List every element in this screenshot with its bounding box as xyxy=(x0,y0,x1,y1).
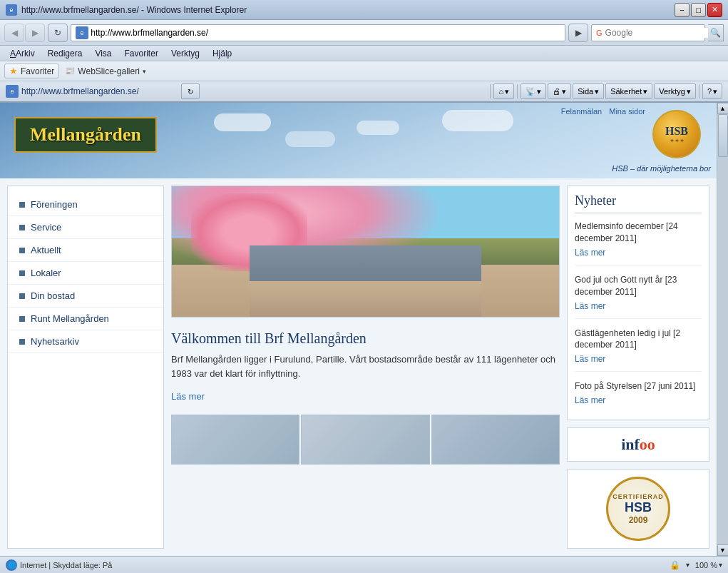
tools-label: Verktyg xyxy=(659,87,685,96)
nav-service[interactable]: Service xyxy=(8,216,163,239)
website: Felanmälan Mina sidor Mellangården HSB ✦… xyxy=(0,103,717,556)
nav-bullet-icon xyxy=(19,248,25,253)
nav-foreningen[interactable]: Föreningen xyxy=(8,193,163,216)
site-right-panel: Nyheter Medlemsinfo december [24 decembe… xyxy=(567,186,709,549)
nav-nyhetsarkiv-label: Nyhetsarkiv xyxy=(31,336,79,347)
status-bar: 🌐 Internet | Skyddat läge: På 🔒 ▾ 100 % … xyxy=(0,556,728,573)
print-button[interactable]: 🖨 ▾ xyxy=(548,83,571,99)
header-links: Felanmälan Mina sidor xyxy=(561,107,645,116)
nav-lokaler[interactable]: Lokaler xyxy=(8,262,163,285)
search-input[interactable] xyxy=(605,28,712,38)
menu-favoriter[interactable]: Favoriter xyxy=(119,47,164,60)
favorites-bar: ★ Favoriter 📰 WebSlice-galleri ▾ xyxy=(0,61,728,81)
tools-button[interactable]: Verktyg ▾ xyxy=(654,83,696,99)
print-icon: 🖨 xyxy=(553,87,560,96)
nav-aktuellt-label: Aktuellt xyxy=(31,245,61,255)
infoo-logo: infoo xyxy=(567,427,709,462)
home-icon: ⌂ xyxy=(498,87,503,96)
nav-nyhetsarkiv[interactable]: Nyhetsarkiv xyxy=(8,330,163,353)
status-lock-icon: 🔒 xyxy=(670,560,680,570)
safety-dropdown-icon: ▾ xyxy=(643,87,647,96)
nav-runt-mellangarden[interactable]: Runt Mellangården xyxy=(8,308,163,330)
minimize-button[interactable]: − xyxy=(675,3,689,17)
welcome-section: Välkommen till Brf Mellangården Brf Mell… xyxy=(171,325,560,407)
mina-sidor-link[interactable]: Mina sidor xyxy=(609,107,645,116)
nav-bullet-icon xyxy=(19,293,25,299)
safety-button[interactable]: Säkerhet ▾ xyxy=(605,83,652,99)
news-item-2-link[interactable]: Läs mer xyxy=(575,301,605,311)
search-button[interactable]: 🔍 xyxy=(708,24,724,41)
news-item-3-link[interactable]: Läs mer xyxy=(575,354,605,364)
feeds-button[interactable]: 📡 ▾ xyxy=(521,83,546,99)
cloud-2 xyxy=(357,121,399,135)
news-item-3-title: Gästlägenheten ledig i jul [2 december 2… xyxy=(575,328,702,352)
site-title: Mellangården xyxy=(30,124,141,146)
help-button[interactable]: ? ▾ xyxy=(702,83,722,99)
home-button[interactable]: ⌂ ▾ xyxy=(493,83,514,99)
toolbar-divider-2 xyxy=(517,84,518,98)
nav-din-bostad-label: Din bostad xyxy=(31,290,75,301)
menu-verktyg[interactable]: Verktyg xyxy=(165,47,205,60)
address-bar[interactable]: e xyxy=(71,24,565,41)
welcome-title: Välkommen till Brf Mellangården xyxy=(171,330,560,347)
thumbnail-row xyxy=(171,415,560,465)
zoom-value: 100 % xyxy=(695,561,717,569)
close-button[interactable]: ✕ xyxy=(707,3,722,17)
webslice-button[interactable]: 📰 WebSlice-galleri ▾ xyxy=(65,66,145,76)
toolbar-divider-3 xyxy=(699,84,699,98)
welcome-read-more-link[interactable]: Läs mer xyxy=(171,391,205,402)
webslice-icon: 📰 xyxy=(65,66,75,76)
nav-bullet-icon xyxy=(19,316,25,322)
scroll-down-button[interactable]: ▼ xyxy=(717,544,729,556)
maximize-button[interactable]: □ xyxy=(691,3,706,17)
nav-lokaler-label: Lokaler xyxy=(31,268,61,278)
page-button[interactable]: Sida ▾ xyxy=(573,83,604,99)
status-globe-icon: 🌐 xyxy=(6,559,17,571)
page-dropdown-icon: ▾ xyxy=(595,87,599,96)
refresh-button[interactable]: ↻ xyxy=(48,24,68,42)
current-address-input[interactable] xyxy=(21,86,178,96)
nav-buttons: ◀ ▶ xyxy=(4,24,45,42)
cloud-1 xyxy=(214,113,271,131)
menu-hjalp[interactable]: Hjälp xyxy=(207,47,237,60)
zoom-control[interactable]: 100 % ▾ xyxy=(695,561,722,569)
news-item-1-title: Medlemsinfo december [24 december 2011] xyxy=(575,220,702,245)
window-title: http://www.brfmellangarden.se/ - Windows… xyxy=(21,5,247,15)
site-header: Felanmälan Mina sidor Mellangården HSB ✦… xyxy=(0,103,717,178)
menu-visa[interactable]: Visa xyxy=(89,47,117,60)
feeds-icon: 📡 xyxy=(526,87,535,96)
current-address: e ↻ xyxy=(6,83,486,99)
scrollbar-track[interactable] xyxy=(717,114,728,544)
news-item-4-link[interactable]: Läs mer xyxy=(575,395,605,405)
scrollbar-thumb[interactable] xyxy=(718,114,728,157)
status-right: 🔒 ▾ 100 % ▾ xyxy=(670,560,722,570)
site-navigation: Föreningen Service Aktuellt Lokaler xyxy=(7,186,164,549)
page-icon: e xyxy=(76,26,88,39)
refresh-small-button[interactable]: ↻ xyxy=(181,83,200,99)
menu-arkiv[interactable]: AArkiv xyxy=(4,47,41,60)
felanmalan-link[interactable]: Felanmälan xyxy=(561,107,602,116)
webslice-dropdown-icon: ▾ xyxy=(143,68,146,75)
favorites-button[interactable]: ★ Favoriter xyxy=(4,64,59,78)
go-button[interactable]: ▶ xyxy=(568,24,588,42)
menu-bar: AArkiv Redigera Visa Favoriter Verktyg H… xyxy=(0,46,728,61)
search-bar[interactable]: G xyxy=(591,24,705,41)
menu-redigera[interactable]: Redigera xyxy=(42,47,88,60)
nav-aktuellt[interactable]: Aktuellt xyxy=(8,239,163,262)
cert-brand: HSB xyxy=(625,500,652,515)
scroll-up-button[interactable]: ▲ xyxy=(717,103,729,114)
title-bar-left: e http://www.brfmellangarden.se/ - Windo… xyxy=(6,4,247,16)
site-main-content: Välkommen till Brf Mellangården Brf Mell… xyxy=(171,186,560,549)
toolbar-divider-1 xyxy=(490,84,491,98)
tools-dropdown-icon: ▾ xyxy=(687,87,691,96)
status-dropdown-icon: ▾ xyxy=(686,561,689,569)
nav-foreningen-label: Föreningen xyxy=(31,199,78,210)
news-panel: Nyheter Medlemsinfo december [24 decembe… xyxy=(567,186,709,420)
back-button[interactable]: ◀ xyxy=(4,24,24,42)
nav-service-label: Service xyxy=(31,222,61,233)
news-item-1-link[interactable]: Läs mer xyxy=(575,248,605,258)
forward-button[interactable]: ▶ xyxy=(25,24,45,42)
nav-din-bostad[interactable]: Din bostad xyxy=(8,285,163,308)
address-input[interactable] xyxy=(91,28,560,38)
thumbnail-3 xyxy=(431,415,560,465)
